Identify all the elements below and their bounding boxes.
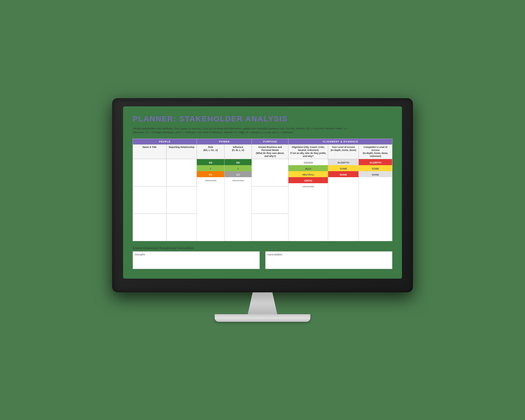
screen-content: PLANNER: STAKEHOLDER ANALYSIS Identify s… [123,106,402,279]
cell-needs-2 [252,186,288,214]
legend-comp-none: NONE [359,171,392,177]
document-subtitle: Identify stakeholders and attributes. Do… [133,127,351,135]
legend-access-indepth: IN-DEPTH [328,159,358,165]
col-header-row: Name & Title Reporting Relationship Role… [133,145,392,159]
th-influence: Influence(H, M, L, U) [224,145,252,159]
legend-role-cc: CC [197,171,224,177]
group-header-row: PEOPLE POWER PURPOSE ALIGNMENT & EVIDENC… [133,139,392,145]
legend-access-none: NONE [328,171,358,177]
legend-inf-ed: ED [224,159,252,165]
legend-align-coach: COACH [288,159,328,165]
monitor: PLANNER: STAKEHOLDER ANALYSIS Identify s… [112,98,413,322]
th-purpose: PURPOSE [252,139,288,145]
legend-role-i: I [197,165,224,171]
cell-needs-1 [252,159,288,186]
vulnerabilities-box: Vulnerabilities [265,251,392,269]
th-name-title: Name & Title [133,145,167,159]
legend-role-unknown: UNKNOWN [197,177,224,183]
th-role: Role(ED, I, CC, U) [197,145,224,159]
legend-align-unknown: UNKNOWN [288,183,328,189]
cell-name-3 [133,214,167,241]
bottom-section-label: Analyze Relationship Strengths and Vulne… [133,247,392,250]
legend-comp-indepth: IN-DEPTH [359,159,392,165]
legend-role-ed: ED [197,159,224,165]
legend-align-neutral: NEUTRAL [288,171,328,177]
cell-reporting-3 [166,214,197,241]
vulnerabilities-label: Vulnerabilities [267,253,390,256]
strengths-label: Strengths [135,253,258,256]
legend-inf-unknown: UNKNOWN [224,177,252,183]
legend-align-ally: ALLY [288,165,328,171]
monitor-neck [246,292,279,314]
th-alignment-col: Alignment (Ally, Coach, Critic, Neutral,… [288,145,328,159]
bottom-boxes: Strengths Vulnerabilities [133,251,392,269]
th-comp-access: Competitor's Level of Access(In-depth, S… [359,145,392,159]
th-reporting: Reporting Relationship [166,145,197,159]
stakeholder-table: PEOPLE POWER PURPOSE ALIGNMENT & EVIDENC… [133,139,392,241]
th-alignment: ALIGNMENT & EVIDENCE [288,139,392,145]
cell-needs-3 [252,214,288,241]
screen-bezel: PLANNER: STAKEHOLDER ANALYSIS Identify s… [112,98,413,293]
th-your-access: Your Level of Access(In-depth, Some, Non… [328,145,359,159]
th-people: PEOPLE [133,139,197,145]
th-power: POWER [197,139,252,145]
legend-access-some: SOME [328,165,358,171]
legend-inf-cc: CC [224,171,252,177]
monitor-base [215,314,310,322]
legend-inf-i: I [224,165,252,171]
th-known-needs: Known Business and Personal Needs(What d… [252,145,288,159]
cell-reporting-1 [166,159,197,186]
cell-reporting-2 [166,186,197,214]
document-title: PLANNER: STAKEHOLDER ANALYSIS [133,115,392,123]
cell-name-2 [133,186,167,214]
cell-name-1 [133,159,167,186]
legend-comp-some: SOME [359,165,392,171]
data-entry-row-1: ED I CC UNKNOWN ED I CC UNKNOWN [133,159,392,186]
legend-align-critic: CRITIC [288,177,328,183]
strengths-box: Strengths [133,251,260,269]
